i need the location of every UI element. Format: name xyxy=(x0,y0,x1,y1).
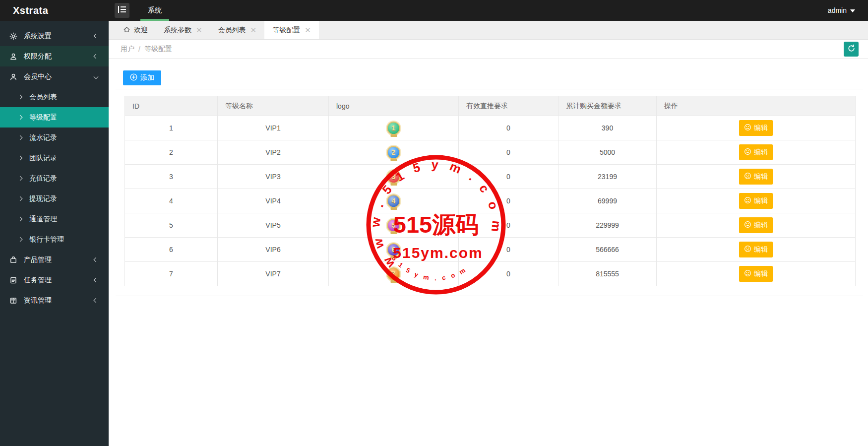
cell-actions: 编辑 xyxy=(657,116,856,140)
table-row: 4 VIP4 4 0 69999 编辑 xyxy=(125,189,856,213)
tab-欢迎[interactable]: 欢迎 xyxy=(115,21,156,39)
vip-medal-icon: 5 xyxy=(387,219,400,232)
edit-button[interactable]: 编辑 xyxy=(739,217,773,233)
tab-系统参数[interactable]: 系统参数 ✕ xyxy=(156,21,210,39)
sidebar-subitem-label: 流水记录 xyxy=(29,133,57,142)
sidebar-subitem-label: 银行卡管理 xyxy=(29,235,64,244)
refresh-button[interactable] xyxy=(844,42,859,57)
sidebar-item-2[interactable]: 会员中心 xyxy=(0,66,109,87)
topnav-label: 系统 xyxy=(148,6,162,15)
sidebar-item-3[interactable]: 产品管理 xyxy=(0,250,109,270)
hamburger-icon xyxy=(118,6,126,15)
sidebar-subitem-label: 会员列表 xyxy=(29,93,57,102)
edit-button[interactable]: 编辑 xyxy=(739,120,773,136)
add-button-label: 添加 xyxy=(140,73,154,82)
sidebar-item-0[interactable]: 系统设置 xyxy=(0,26,109,46)
sidebar-item-5[interactable]: 资讯管理 xyxy=(0,290,109,311)
sidebar-subitem-团队记录[interactable]: 团队记录 xyxy=(0,148,109,168)
breadcrumb: 用户 / 等级配置 xyxy=(109,40,868,59)
vip-medal-icon: 3 xyxy=(387,170,400,184)
cell-direct-requirement: 0 xyxy=(459,213,558,238)
face-icon xyxy=(744,172,751,181)
cell-level-name: VIP3 xyxy=(218,165,329,189)
cell-level-name: VIP4 xyxy=(218,189,329,213)
cell-amount-requirement: 5000 xyxy=(558,140,657,165)
user-icon xyxy=(9,53,17,61)
chevron-right-icon xyxy=(18,217,23,222)
table-row: 5 VIP5 5 0 229999 编辑 xyxy=(125,213,856,238)
edit-button[interactable]: 编辑 xyxy=(739,193,773,209)
chevron-right-icon xyxy=(18,176,23,181)
sidebar-item-4[interactable]: 任务管理 xyxy=(0,270,109,290)
cell-actions: 编辑 xyxy=(657,213,856,238)
member-icon xyxy=(9,73,17,81)
edit-button[interactable]: 编辑 xyxy=(739,266,773,282)
tab-bar: 欢迎 系统参数 ✕ 会员列表 ✕ 等级配置 ✕ xyxy=(109,21,868,40)
table-header-row: ID等级名称logo有效直推要求累计购买金额要求操作 xyxy=(125,96,856,116)
tab-等级配置[interactable]: 等级配置 ✕ xyxy=(264,21,319,39)
tab-close-icon[interactable]: ✕ xyxy=(196,26,202,34)
cell-id: 6 xyxy=(125,238,218,262)
cell-direct-requirement: 0 xyxy=(459,165,558,189)
sidebar-subitem-银行卡管理[interactable]: 银行卡管理 xyxy=(0,229,109,250)
cell-direct-requirement: 0 xyxy=(459,116,558,140)
table-row: 3 VIP3 3 0 23199 编辑 xyxy=(125,165,856,189)
cell-actions: 编辑 xyxy=(657,165,856,189)
cell-amount-requirement: 23199 xyxy=(558,165,657,189)
edit-button[interactable]: 编辑 xyxy=(739,242,773,257)
table-row: 7 VIP7 7 0 815555 编辑 xyxy=(125,262,856,286)
cell-amount-requirement: 390 xyxy=(558,116,657,140)
table-toolbar: 添加 xyxy=(123,70,868,85)
product-icon xyxy=(9,256,17,264)
edit-button[interactable]: 编辑 xyxy=(739,144,773,160)
tab-label: 系统参数 xyxy=(164,26,191,35)
sidebar-toggle-button[interactable] xyxy=(115,3,129,18)
refresh-icon xyxy=(847,44,856,54)
cell-logo: 3 xyxy=(329,165,459,189)
sidebar-item-label: 产品管理 xyxy=(24,255,94,264)
chevron-right-icon xyxy=(18,237,23,242)
cell-direct-requirement: 0 xyxy=(459,189,558,213)
cell-id: 2 xyxy=(125,140,218,165)
sidebar-subitem-充值记录[interactable]: 充值记录 xyxy=(0,168,109,189)
sidebar-subitem-等级配置[interactable]: 等级配置 xyxy=(0,107,109,127)
sidebar-subitem-label: 通道管理 xyxy=(29,215,57,224)
face-icon xyxy=(744,221,751,230)
sidebar-subitem-会员列表[interactable]: 会员列表 xyxy=(0,87,109,107)
app-logo: Xstrata xyxy=(0,0,109,21)
chevron-right-icon xyxy=(18,156,23,161)
chevron-right-icon xyxy=(18,135,23,140)
face-icon xyxy=(744,148,751,157)
chevron-down-icon xyxy=(94,74,99,79)
sidebar-subitem-通道管理[interactable]: 通道管理 xyxy=(0,209,109,229)
vip-medal-icon: 1 xyxy=(387,122,400,135)
news-icon xyxy=(9,297,17,305)
breadcrumb-section[interactable]: 用户 xyxy=(121,45,134,54)
chevron-left-icon xyxy=(94,257,99,262)
tab-会员列表[interactable]: 会员列表 ✕ xyxy=(210,21,265,39)
edit-button[interactable]: 编辑 xyxy=(739,169,773,185)
levels-table: ID等级名称logo有效直推要求累计购买金额要求操作 1 VIP1 1 0 39… xyxy=(124,96,856,286)
tab-close-icon[interactable]: ✕ xyxy=(250,26,257,34)
sidebar-subitem-label: 团队记录 xyxy=(29,154,57,163)
cell-level-name: VIP2 xyxy=(218,140,329,165)
sidebar-subitem-流水记录[interactable]: 流水记录 xyxy=(0,127,109,148)
cell-logo: 6 xyxy=(329,238,459,262)
topnav-item-system[interactable]: 系统 xyxy=(140,0,169,21)
add-button[interactable]: 添加 xyxy=(123,70,161,85)
main-area: 欢迎 系统参数 ✕ 会员列表 ✕ 等级配置 ✕ 用户 / 等级配置 xyxy=(109,21,868,446)
sidebar-subitem-label: 充值记录 xyxy=(29,174,57,183)
sidebar-subitem-label: 等级配置 xyxy=(29,113,57,122)
tab-label: 会员列表 xyxy=(218,26,246,35)
tab-close-icon[interactable]: ✕ xyxy=(305,26,311,34)
cell-amount-requirement: 815555 xyxy=(558,262,657,286)
face-icon xyxy=(744,196,751,205)
user-menu[interactable]: admin xyxy=(828,0,868,21)
face-icon xyxy=(744,269,751,278)
content: 添加 ID等级名称logo有效直推要求累计购买金额要求操作 1 VIP1 1 0… xyxy=(109,70,868,296)
chevron-left-icon xyxy=(94,298,99,303)
sidebar-subitem-提现记录[interactable]: 提现记录 xyxy=(0,189,109,209)
divider-bottom xyxy=(116,296,863,296)
table-row: 6 VIP6 6 0 566666 编辑 xyxy=(125,238,856,262)
sidebar-item-1[interactable]: 权限分配 xyxy=(0,46,109,66)
